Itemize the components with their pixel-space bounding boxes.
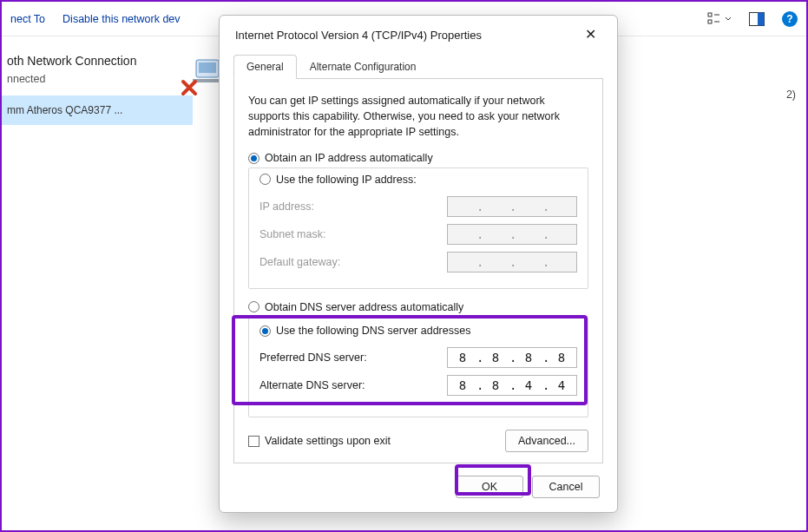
tab-body: You can get IP settings assigned automat…	[233, 79, 603, 463]
radio-dns-auto[interactable]: Obtain DNS server address automatically	[248, 301, 588, 313]
close-icon[interactable]: ✕	[580, 24, 601, 45]
connection-status: nnected	[7, 73, 193, 85]
alternate-dns-input[interactable]: 8. 8. 4. 4	[447, 375, 577, 396]
alternate-dns-label: Alternate DNS server:	[259, 379, 447, 391]
tab-general[interactable]: General	[233, 55, 297, 79]
radio-ip-auto[interactable]: Obtain an IP address automatically	[248, 152, 588, 164]
toolbar-disable-device[interactable]: Disable this network dev	[62, 13, 180, 25]
adapters-sidebar: oth Network Connection nnected mm Athero…	[2, 36, 193, 530]
preview-pane-icon	[749, 12, 765, 26]
subnet-mask-input: ...	[447, 224, 577, 245]
cancel-button[interactable]: Cancel	[532, 476, 600, 498]
toolbar-connect-to[interactable]: nect To	[10, 13, 45, 25]
preview-pane-button[interactable]	[749, 12, 765, 26]
view-mode-button[interactable]	[707, 12, 732, 26]
radio-dns-manual[interactable]: Use the following DNS server addresses	[259, 325, 474, 337]
disabled-x-icon	[181, 79, 198, 96]
ip-address-input: ...	[447, 196, 577, 217]
default-gateway-input: ...	[447, 252, 577, 273]
subnet-mask-row: Subnet mask: ...	[259, 224, 577, 245]
advanced-button[interactable]: Advanced...	[505, 430, 588, 452]
validate-checkbox[interactable]	[248, 436, 259, 447]
dialog-title: Internet Protocol Version 4 (TCP/IPv4) P…	[235, 29, 580, 42]
radio-ip-manual-label: Use the following IP address:	[276, 174, 417, 186]
ip-address-row: IP address: ...	[259, 196, 577, 217]
svg-rect-5	[758, 12, 765, 25]
preferred-dns-label: Preferred DNS server:	[259, 351, 447, 364]
preferred-dns-row: Preferred DNS server: 8. 8. 8. 8	[259, 347, 577, 368]
view-mode-icon	[707, 12, 721, 26]
default-gateway-row: Default gateway: ...	[259, 252, 577, 273]
radio-dns-manual-label: Use the following DNS server addresses	[276, 325, 470, 337]
radio-icon	[248, 301, 259, 312]
svg-rect-0	[708, 13, 712, 16]
svg-rect-7	[199, 62, 216, 73]
radio-ip-manual[interactable]: Use the following IP address:	[259, 174, 420, 186]
tabstrip: General Alternate Configuration	[233, 54, 603, 79]
radio-icon	[248, 153, 259, 164]
ip-fieldset: Use the following IP address: IP address…	[248, 167, 588, 289]
ip-address-label: IP address:	[259, 200, 447, 213]
radio-ip-auto-label: Obtain an IP address automatically	[265, 152, 433, 164]
default-gateway-label: Default gateway:	[259, 256, 447, 268]
connection-title: oth Network Connection	[7, 54, 193, 68]
chevron-down-icon	[725, 16, 732, 23]
validate-label: Validate settings upon exit	[265, 435, 391, 447]
ok-button[interactable]: OK	[456, 476, 523, 498]
preferred-dns-input[interactable]: 8. 8. 8. 8	[447, 347, 577, 368]
tab-alternate-configuration[interactable]: Alternate Configuration	[297, 55, 430, 79]
radio-dns-auto-label: Obtain DNS server address automatically	[265, 301, 463, 313]
radio-icon	[259, 174, 271, 185]
dialog-description: You can get IP settings assigned automat…	[248, 93, 588, 140]
alternate-dns-row: Alternate DNS server: 8. 8. 4. 4	[259, 375, 577, 396]
adapter-item[interactable]: mm Atheros QCA9377 ...	[2, 95, 193, 125]
help-icon[interactable]: ?	[782, 11, 798, 27]
subnet-mask-label: Subnet mask:	[259, 228, 447, 240]
adapter-count-suffix: 2)	[786, 89, 796, 101]
radio-icon	[259, 325, 271, 337]
dns-fieldset: Use the following DNS server addresses P…	[248, 317, 588, 418]
ipv4-properties-dialog: Internet Protocol Version 4 (TCP/IPv4) P…	[219, 15, 618, 513]
svg-rect-1	[708, 20, 712, 23]
